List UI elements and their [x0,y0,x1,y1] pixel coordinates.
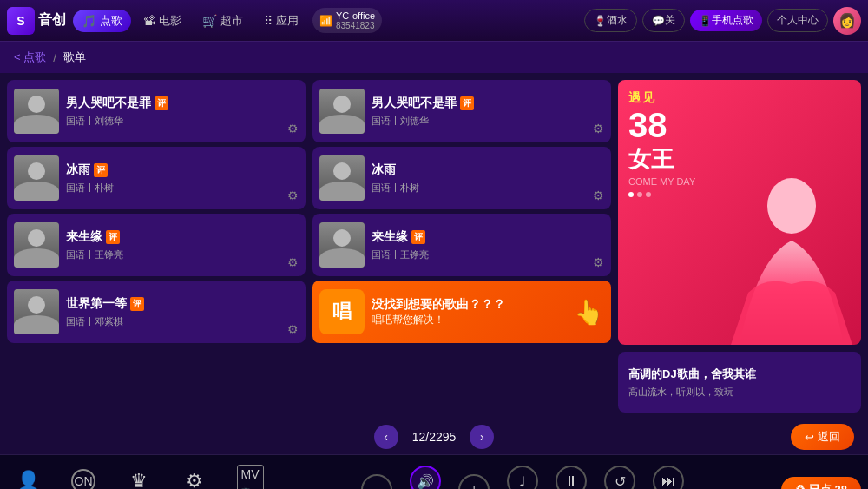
nav-item-dian-ge[interactable]: 🎵 点歌 [73,10,131,32]
right-panel: 遇见 38 女王 COME MY DAY [618,80,861,413]
music-icon: 🎵 [82,14,96,28]
hand-icon: 👆 [574,298,604,327]
song-item-1[interactable]: 男人哭吧不是罪 评 国语 | 刘德华 ⚙ [7,80,306,142]
volume-down-btn[interactable]: − [361,474,392,490]
gear-icon-r2[interactable]: ⚙ [593,188,604,202]
tuning-icon: ⚙ [186,470,203,489]
breadcrumb-back[interactable]: < 点歌 [14,50,46,65]
tool-service[interactable]: 👤 服务 [7,470,49,489]
volume-down-group[interactable]: − [361,474,392,490]
pause-btn[interactable]: ⏸ [556,466,587,489]
volume-up-btn[interactable]: + [458,474,490,490]
dj-title: 高调的DJ歌曲，舍我其谁 [628,367,851,382]
gear-icon-1[interactable]: ⚙ [287,122,299,135]
gear-icon-4[interactable]: ⚙ [287,322,299,336]
volume-icon: 🔊 [417,473,434,490]
score-icon: ON [71,469,95,489]
prev-page-btn[interactable]: ‹ [374,425,398,449]
tool-mv[interactable]: MV📺 幻影 [229,465,271,489]
song-meta-1: 国语 | 刘德华 [66,115,299,128]
mv-icon: MV📺 [237,465,264,489]
song-item-r2[interactable]: 冰雨 国语 | 朴树 ⚙ [312,147,611,209]
profile-btn[interactable]: 个人中心 [767,9,828,32]
album-banner-content: 遇见 38 女王 COME MY DAY [618,80,861,345]
song-thumb-3 [14,222,59,268]
bottom-tools: 👤 服务 ON 评分 ♛ 气氛 ⚙ 调音 MV📺 幻影 [7,465,271,489]
volume-control-group: 🔊 原唱 [410,466,441,489]
song-item-4[interactable]: 世界第一等 评 国语 | 邓紫棋 ⚙ [7,281,306,343]
song-column-left: 男人哭吧不是罪 评 国语 | 刘德华 ⚙ 冰雨 [7,80,306,413]
apps-icon: ⠿ [264,14,273,28]
dj-subtitle: 高山流水，听则以，致玩 [628,386,851,399]
original-btn[interactable]: ♩ [507,466,538,489]
tool-tuning[interactable]: ⚙ 调音 [174,470,215,489]
song-badge-4: 评 [130,297,144,311]
song-title-r1: 男人哭吧不是罪 评 [372,96,604,111]
nav-item-apps[interactable]: ⠿ 应用 [255,10,307,32]
song-item-r1[interactable]: 男人哭吧不是罪 评 国语 | 刘德华 ⚙ [312,80,611,142]
album-number: 38 [628,106,851,144]
promo-text: 没找到想要的歌曲？？？ 唱吧帮您解决！ [372,297,505,327]
repeat-icon: ↺ [615,473,626,490]
alcohol-label: 酒水 [607,13,628,28]
breadcrumb-current: 歌单 [63,50,86,65]
song-title-4: 世界第一等 评 [66,296,299,312]
song-title-3: 来生缘 评 [66,229,299,245]
song-meta-3: 国语 | 王铮亮 [66,248,299,261]
song-title-r3: 来生缘 评 [372,229,604,245]
tool-score[interactable]: ON 评分 [62,469,104,489]
queue-count: 28 [835,483,847,490]
wifi-info[interactable]: 📶 YC-office 83541823 [312,8,382,33]
repeat-group[interactable]: ↺ 重唱 [604,466,635,489]
tool-atmosphere[interactable]: ♛ 气氛 [118,470,160,489]
logo-icon: S [7,7,35,35]
album-banner[interactable]: 遇见 38 女王 COME MY DAY [618,80,861,345]
cart-icon: 🛒 [202,14,217,28]
gear-icon-3[interactable]: ⚙ [287,255,299,269]
next-song-btn[interactable]: ⏭ [653,466,684,489]
volume-up-group[interactable]: + [458,474,490,490]
song-meta-4: 国语 | 邓紫棋 [66,315,299,328]
main-content: 男人哭吧不是罪 评 国语 | 刘德华 ⚙ 冰雨 [0,73,868,420]
plus-icon: + [470,482,477,490]
song-item-2[interactable]: 冰雨 评 国语 | 朴树 ⚙ [7,147,306,209]
song-thumb-r3 [319,222,365,268]
return-btn[interactable]: ↩ 返回 [791,424,854,450]
next-page-btn[interactable]: › [470,425,494,449]
wifi-number: 83541823 [336,21,375,30]
song-meta-r1: 国语 | 刘德华 [372,115,604,128]
promo-title: 没找到想要的歌曲？？？ [372,297,505,313]
chat-btn[interactable]: 💬 关 [642,9,685,32]
logo[interactable]: S 音创 [7,7,66,35]
gear-icon-r3[interactable]: ⚙ [593,255,604,269]
nav-item-movie[interactable]: 📽 电影 [135,10,190,32]
nav-item-supermarket[interactable]: 🛒 超市 [194,10,252,32]
song-item-r3[interactable]: 来生缘 评 国语 | 王铮亮 ⚙ [312,214,611,276]
song-badge-1: 评 [155,96,168,110]
next-song-icon: ⏭ [661,473,675,489]
queue-badge[interactable]: ♻ 已点 28 [781,477,861,490]
dj-info[interactable]: 高调的DJ歌曲，舍我其谁 高山流水，听则以，致玩 [618,352,861,413]
gear-icon-r1[interactable]: ⚙ [593,122,604,135]
song-meta-r2: 国语 | 朴树 [372,182,604,195]
breadcrumb-separator: / [53,51,56,64]
promo-icon: 唱 [319,289,365,334]
avatar[interactable]: 👩 [833,7,861,35]
next-song-group[interactable]: ⏭ 切歌 [653,466,684,489]
minus-icon: − [372,482,380,490]
dot-1 [628,192,634,197]
return-label: 返回 [818,429,840,445]
alcohol-btn[interactable]: 🍷 酒水 [584,9,637,32]
song-badge-r3: 评 [411,230,425,244]
gear-icon-2[interactable]: ⚙ [287,188,299,202]
phone-icon: 📱 [699,15,712,27]
volume-btn[interactable]: 🔊 [410,466,441,489]
sing-promo-item[interactable]: 唱 没找到想要的歌曲？？？ 唱吧帮您解决！ 👆 [312,281,611,343]
song-item-3[interactable]: 来生缘 评 国语 | 王铮亮 ⚙ [7,214,306,276]
original-group[interactable]: ♩ 原唱 [507,466,538,489]
mobile-order-btn[interactable]: 📱 手机点歌 [690,10,762,31]
dot-2 [637,192,642,197]
pause-group[interactable]: ⏸ 暂停 [556,466,587,489]
repeat-btn[interactable]: ↺ [604,466,635,489]
song-thumb-4 [14,289,59,334]
